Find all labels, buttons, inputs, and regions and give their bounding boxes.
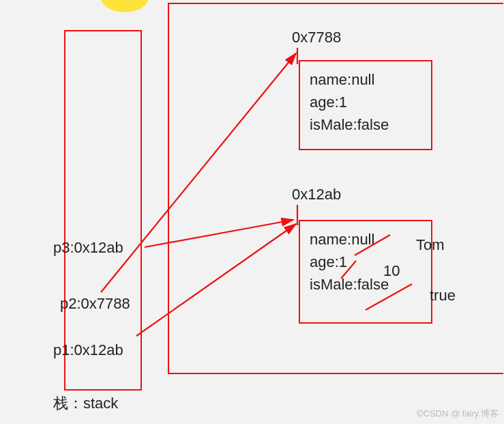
- obj1-field-name: name:null: [310, 68, 421, 91]
- obj1-field-age: age:1: [310, 91, 421, 113]
- obj2-edit-ismale: true: [430, 287, 456, 305]
- heap-address-2: 0x12ab: [292, 186, 341, 203]
- stack-entry-p1: p1:0x12ab: [53, 341, 123, 359]
- obj2-field-age: age:1: [310, 251, 421, 273]
- highlight-blob: [101, 0, 149, 12]
- stack-entry-p3: p3:0x12ab: [53, 239, 123, 257]
- heap-object-1: name:null age:1 isMale:false: [299, 60, 432, 150]
- obj1-field-ismale: isMale:false: [310, 113, 421, 136]
- obj2-field-ismale: isMale:false: [310, 273, 421, 296]
- watermark: ©CSDN @.fairy.博客: [417, 408, 499, 420]
- heap-address-1: 0x7788: [292, 29, 341, 46]
- stack-label: 栈：stack: [53, 393, 118, 414]
- obj2-field-name: name:null: [310, 228, 421, 251]
- obj2-edit-age: 10: [383, 262, 400, 280]
- heap-object-2: name:null age:1 isMale:false: [299, 220, 432, 324]
- obj2-edit-name: Tom: [416, 236, 445, 254]
- stack-entry-p2: p2:0x7788: [60, 295, 130, 313]
- stack-region: [64, 30, 142, 391]
- diagram-canvas: { "stack": { "label": "栈：stack", "entrie…: [0, 0, 504, 424]
